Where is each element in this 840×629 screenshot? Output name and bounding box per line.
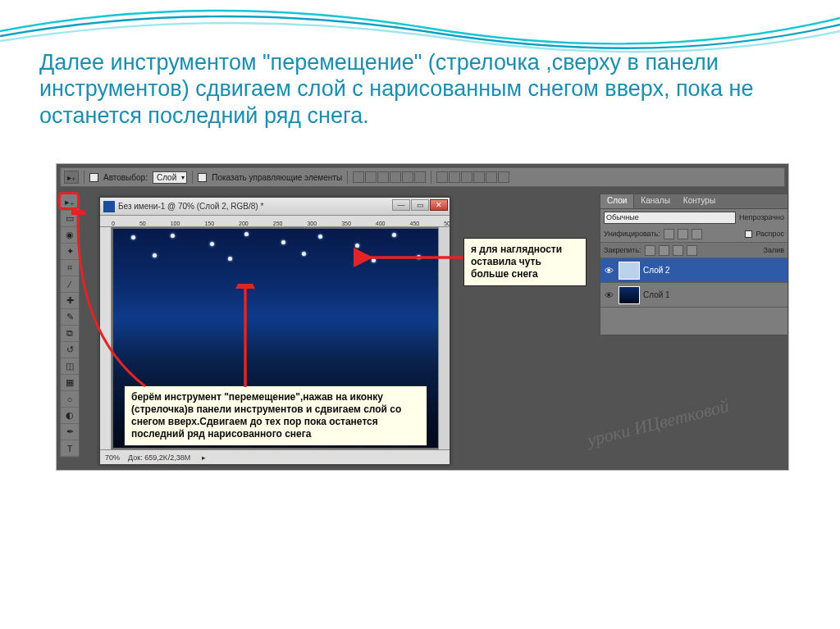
photoshop-screenshot: ▸₊ Автовыбор: Слой Показать управляющие …	[56, 163, 789, 471]
layers-panel: Слои Каналы Контуры Обычные Непрозрачно …	[600, 194, 788, 335]
unify-icon[interactable]	[678, 229, 688, 239]
layer-name[interactable]: Слой 2	[643, 266, 670, 275]
lock-transparent-icon[interactable]	[645, 245, 655, 256]
unify-label: Унифицировать:	[604, 230, 660, 238]
options-bar: ▸₊ Автовыбор: Слой Показать управляющие …	[60, 167, 785, 187]
status-arrow-icon[interactable]: ▸	[202, 454, 206, 462]
ruler-vertical	[100, 227, 112, 449]
ruler-mark: 200	[239, 221, 249, 226]
fill-label: Залив	[763, 246, 784, 254]
show-controls-checkbox[interactable]	[198, 173, 207, 182]
close-button[interactable]: ✕	[430, 199, 448, 211]
layer-name[interactable]: Слой 1	[643, 290, 670, 299]
lock-move-icon[interactable]	[673, 245, 683, 256]
marquee-tool[interactable]: ▭	[61, 211, 79, 227]
distribute-icon[interactable]	[461, 171, 472, 183]
auto-select-label: Автовыбор:	[103, 173, 148, 182]
auto-select-checkbox[interactable]	[89, 173, 98, 182]
spread-label: Распрос	[756, 230, 784, 238]
separator	[84, 171, 84, 184]
align-icon[interactable]	[377, 171, 389, 183]
gradient-tool[interactable]: ▦	[61, 375, 79, 391]
type-tool[interactable]: T	[61, 440, 79, 457]
align-icon[interactable]	[414, 171, 426, 183]
brush-tool[interactable]: ✎	[61, 309, 79, 326]
auto-select-dropdown[interactable]: Слой	[153, 171, 187, 184]
distribute-buttons-group	[436, 171, 509, 183]
ruler-mark: 50	[139, 221, 146, 226]
visibility-toggle[interactable]: 👁	[602, 289, 615, 302]
callout-snow-visibility: я для наглядности оставила чуть больше с…	[463, 238, 587, 286]
stamp-tool[interactable]: ⧉	[61, 326, 79, 342]
ruler-mark: 350	[341, 221, 351, 226]
unify-row: Унифицировать: Распрос	[600, 226, 788, 242]
ruler-mark: 250	[273, 221, 283, 226]
minimize-button[interactable]: —	[392, 199, 410, 211]
doc-size-status: Док: 659,2K/2,38M	[128, 454, 190, 462]
distribute-icon[interactable]	[473, 171, 485, 183]
layer-thumbnail	[619, 286, 640, 304]
align-icon[interactable]	[390, 171, 401, 183]
align-buttons-group	[353, 171, 426, 183]
eraser-tool[interactable]: ◫	[61, 358, 79, 375]
move-tool[interactable]: ▸₊	[61, 194, 79, 211]
ruler-mark: 100	[171, 221, 180, 226]
separator	[431, 171, 431, 184]
distribute-icon[interactable]	[449, 171, 460, 183]
crop-tool[interactable]: ⌗	[61, 260, 79, 276]
lasso-tool[interactable]: ◉	[61, 227, 79, 244]
toolbox: ▸₊ ▭ ◉ ✦ ⌗ ⁄ ✚ ✎ ⧉ ↺ ◫ ▦ ○ ◐ ✒ T	[60, 194, 80, 458]
tab-paths[interactable]: Контуры	[677, 194, 722, 208]
move-tool-options-icon: ▸₊	[64, 171, 79, 184]
spread-checkbox[interactable]	[745, 230, 752, 238]
vertical-scrollbar[interactable]	[438, 227, 450, 449]
document-titlebar[interactable]: Без имени-1 @ 70% (Слой 2, RGB/8) * — ▭ …	[100, 198, 450, 216]
distribute-icon[interactable]	[486, 171, 497, 183]
ruler-mark: 300	[307, 221, 317, 226]
ruler-mark: 0	[112, 221, 115, 226]
show-controls-label: Показать управляющие элементы	[212, 173, 342, 182]
lock-row: Закрепить: Залив	[600, 242, 788, 258]
tab-layers[interactable]: Слои	[600, 194, 634, 208]
document-statusbar: 70% Док: 659,2K/2,38M ▸	[100, 449, 450, 464]
watermark: уроки ИЦветковой	[586, 395, 732, 451]
history-brush-tool[interactable]: ↺	[61, 342, 79, 358]
align-icon[interactable]	[365, 171, 377, 183]
pen-tool[interactable]: ✒	[61, 424, 79, 440]
blend-mode-dropdown[interactable]: Обычные	[604, 212, 736, 224]
dodge-tool[interactable]: ◐	[61, 408, 79, 424]
distribute-icon[interactable]	[436, 171, 448, 183]
document-title: Без имени-1 @ 70% (Слой 2, RGB/8) *	[118, 202, 263, 211]
unify-icon[interactable]	[692, 229, 702, 239]
zoom-value[interactable]: 70%	[105, 454, 120, 462]
layer-row[interactable]: 👁 Слой 1	[600, 283, 788, 308]
eyedropper-tool[interactable]: ⁄	[61, 276, 79, 293]
blur-tool[interactable]: ○	[61, 391, 79, 408]
lock-brush-icon[interactable]	[659, 245, 669, 256]
wand-tool[interactable]: ✦	[61, 244, 79, 260]
separator	[192, 171, 193, 184]
opacity-label: Непрозрачно	[739, 213, 784, 221]
healing-tool[interactable]: ✚	[61, 293, 79, 309]
ruler-horizontal: 0 50 100 150 200 250 300 350 400 450 500…	[100, 216, 450, 227]
align-icon[interactable]	[402, 171, 413, 183]
ruler-mark: 450	[410, 221, 420, 226]
separator	[347, 171, 348, 184]
ruler-mark: 400	[376, 221, 386, 226]
photoshop-icon	[103, 201, 115, 212]
unify-icon[interactable]	[664, 229, 674, 239]
panel-tabs: Слои Каналы Контуры	[600, 194, 788, 209]
ruler-mark: 500	[444, 221, 450, 226]
blend-mode-row: Обычные Непрозрачно	[600, 209, 788, 226]
callout-instructions: берём инструмент "перемещение",нажав на …	[124, 385, 427, 446]
align-icon[interactable]	[353, 171, 364, 183]
tab-channels[interactable]: Каналы	[634, 194, 677, 208]
distribute-icon[interactable]	[498, 171, 509, 183]
layer-row[interactable]: 👁 Слой 2	[600, 258, 788, 283]
slide-title: Далее инструментом "перемещение" (стрело…	[39, 49, 801, 129]
lock-label: Закрепить:	[604, 246, 641, 254]
visibility-toggle[interactable]: 👁	[602, 264, 615, 277]
maximize-button[interactable]: ▭	[411, 199, 429, 211]
layer-thumbnail	[619, 262, 640, 280]
lock-all-icon[interactable]	[687, 245, 697, 256]
